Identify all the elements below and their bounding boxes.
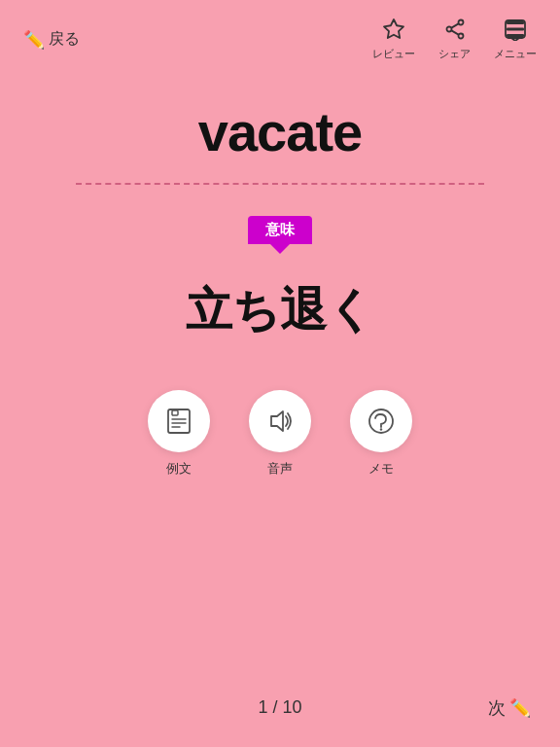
meaning-badge: 意味 bbox=[248, 216, 312, 244]
action-buttons: 例文 音声 メモ bbox=[148, 390, 412, 478]
nav-actions: レビュー シェア bbox=[372, 18, 537, 61]
page-indicator: 1 / 10 bbox=[258, 697, 301, 718]
meaning-section: 意味 bbox=[248, 216, 312, 244]
svg-point-17 bbox=[380, 428, 382, 430]
example-label: 例文 bbox=[166, 460, 192, 478]
svg-marker-0 bbox=[384, 19, 403, 38]
review-label: レビュー bbox=[372, 47, 415, 61]
share-label: シェア bbox=[438, 47, 471, 61]
memo-label: メモ bbox=[368, 460, 394, 478]
menu-button[interactable]: メニュー bbox=[494, 18, 537, 61]
svg-rect-7 bbox=[507, 28, 524, 31]
page-current: 1 bbox=[258, 697, 267, 717]
svg-line-4 bbox=[451, 30, 458, 34]
review-button[interactable]: レビュー bbox=[372, 18, 415, 61]
next-label: 次 bbox=[488, 696, 506, 720]
top-nav: ✏️ 戻る レビュー シェア bbox=[0, 0, 560, 71]
svg-rect-11 bbox=[172, 410, 178, 415]
english-word: vacate bbox=[198, 100, 362, 163]
page-sep: / bbox=[272, 697, 277, 717]
audio-icon bbox=[249, 390, 311, 452]
memo-icon bbox=[350, 390, 412, 452]
svg-rect-6 bbox=[507, 21, 524, 24]
share-button[interactable]: シェア bbox=[438, 18, 471, 61]
audio-label: 音声 bbox=[267, 460, 293, 478]
example-icon bbox=[148, 390, 210, 452]
svg-rect-8 bbox=[507, 34, 524, 37]
menu-label: メニュー bbox=[494, 47, 537, 61]
next-button[interactable]: 次 ✏️ bbox=[488, 696, 531, 720]
svg-line-5 bbox=[451, 23, 458, 27]
star-icon bbox=[382, 18, 405, 45]
menu-icon bbox=[504, 18, 527, 45]
audio-button[interactable]: 音声 bbox=[249, 390, 311, 478]
next-pencil-icon: ✏️ bbox=[509, 697, 531, 719]
svg-marker-15 bbox=[271, 411, 283, 431]
main-content: vacate 意味 立ち退く 例文 bbox=[0, 71, 560, 678]
page-total: 10 bbox=[283, 697, 302, 717]
back-label: 戻る bbox=[49, 29, 80, 50]
bottom-nav: 1 / 10 次 ✏️ bbox=[0, 678, 560, 747]
japanese-word: 立ち退く bbox=[186, 279, 374, 341]
back-button[interactable]: ✏️ 戻る bbox=[23, 29, 80, 51]
share-icon bbox=[443, 18, 467, 45]
pencil-icon: ✏️ bbox=[23, 29, 45, 51]
example-button[interactable]: 例文 bbox=[148, 390, 210, 478]
memo-button[interactable]: メモ bbox=[350, 390, 412, 478]
divider bbox=[76, 183, 484, 185]
